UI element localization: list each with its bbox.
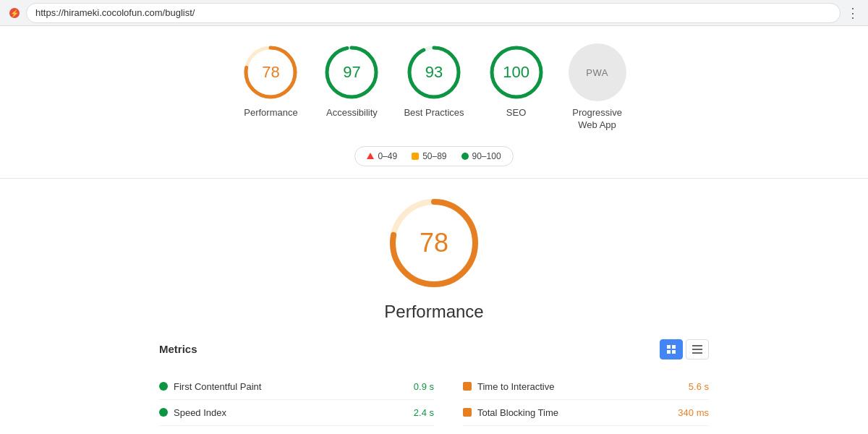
- metric-name: Time to Interactive: [477, 381, 660, 392]
- svg-rect-17: [692, 349, 702, 350]
- grid-icon: [666, 344, 676, 354]
- metrics-section: Metrics: [159, 339, 709, 434]
- legend-low-icon: [367, 153, 374, 159]
- browser-menu-button[interactable]: ⋮: [846, 5, 859, 21]
- score-item-pwa[interactable]: PWA Progressive Web App: [569, 43, 626, 132]
- metric-value: 0.9 s: [391, 381, 434, 392]
- gauge-number-best-practices: 93: [425, 63, 443, 82]
- gauge-wrap-performance: 78: [242, 43, 299, 101]
- metric-value: 5.6 s: [665, 381, 709, 392]
- score-label-accessibility: Accessibility: [326, 107, 378, 119]
- list-icon: [692, 345, 702, 354]
- view-toggle: [660, 339, 709, 359]
- metric-name: Speed Index: [174, 407, 385, 418]
- score-label-performance: Performance: [244, 107, 297, 119]
- gauge-wrap-best-practices: 93: [405, 43, 463, 101]
- svg-rect-14: [667, 350, 671, 354]
- svg-rect-12: [667, 345, 671, 349]
- metric-value: 340 ms: [665, 407, 709, 418]
- metric-row: Cumulative Layout Shift 0.877: [463, 426, 709, 434]
- score-label-best-practices: Best Practices: [404, 107, 464, 119]
- metric-indicator: [159, 408, 168, 417]
- gauge-number-seo: 100: [503, 63, 529, 82]
- scores-section: 78 Performance 97 Accessibility 93 Best …: [0, 26, 868, 179]
- svg-rect-13: [672, 345, 676, 349]
- svg-rect-18: [692, 352, 702, 354]
- metric-indicator: [463, 382, 472, 391]
- score-item-best-practices[interactable]: 93 Best Practices: [404, 43, 464, 119]
- legend-high-label: 90–100: [472, 151, 501, 161]
- score-label-seo: SEO: [506, 107, 526, 119]
- pwa-circle: PWA: [569, 43, 626, 101]
- metric-indicator: [463, 408, 472, 417]
- main-gauge: 78: [387, 196, 481, 290]
- metric-row: Largest Contentful Paint 3.4 s: [159, 426, 434, 434]
- legend-low-label: 0–49: [378, 151, 397, 161]
- metrics-header: Metrics: [159, 339, 709, 365]
- view-grid-button[interactable]: [660, 339, 683, 359]
- metrics-title: Metrics: [159, 343, 197, 355]
- gauge-wrap-accessibility: 97: [323, 43, 380, 101]
- legend-medium: 50–89: [412, 151, 446, 161]
- gauge-number-accessibility: 97: [343, 63, 360, 82]
- browser-bar: ⚡ https://hirameki.cocolofun.com/buglist…: [0, 0, 868, 26]
- legend-low: 0–49: [367, 151, 397, 161]
- main-score-label: Performance: [384, 302, 483, 322]
- metric-name: Total Blocking Time: [477, 407, 660, 418]
- main-content: 78 Performance Metrics: [0, 179, 868, 434]
- legend-medium-label: 50–89: [422, 151, 446, 161]
- browser-url[interactable]: https://hirameki.cocolofun.com/buglist/: [26, 3, 841, 23]
- score-item-accessibility[interactable]: 97 Accessibility: [323, 43, 380, 119]
- metric-name: First Contentful Paint: [174, 381, 385, 392]
- metric-value: 2.4 s: [391, 407, 434, 418]
- scores-row: 78 Performance 97 Accessibility 93 Best …: [242, 43, 626, 132]
- legend-medium-icon: [412, 153, 419, 160]
- metric-row: Speed Index 2.4 s: [159, 400, 434, 426]
- legend-high: 90–100: [461, 151, 501, 161]
- metric-row: Total Blocking Time 340 ms: [463, 400, 709, 426]
- gauge-number-performance: 78: [262, 63, 279, 82]
- score-item-seo[interactable]: 100 SEO: [488, 43, 545, 119]
- metrics-grid: First Contentful Paint 0.9 s Speed Index…: [159, 374, 709, 434]
- metric-row: Time to Interactive 5.6 s: [463, 374, 709, 400]
- legend: 0–49 50–89 90–100: [354, 146, 513, 166]
- metric-indicator: [159, 382, 168, 391]
- metrics-left-col: First Contentful Paint 0.9 s Speed Index…: [159, 374, 434, 434]
- svg-text:⚡: ⚡: [10, 9, 20, 18]
- score-item-performance[interactable]: 78 Performance: [242, 43, 299, 119]
- main-score-value: 78: [420, 228, 448, 258]
- svg-rect-15: [672, 350, 676, 354]
- legend-high-icon: [461, 153, 469, 160]
- gauge-wrap-seo: 100: [488, 43, 545, 101]
- metrics-right-col: Time to Interactive 5.6 s Total Blocking…: [434, 374, 709, 434]
- browser-logo: ⚡: [9, 7, 20, 19]
- view-list-button[interactable]: [686, 339, 709, 359]
- score-label-pwa: Progressive Web App: [572, 107, 622, 132]
- metric-row: First Contentful Paint 0.9 s: [159, 374, 434, 400]
- svg-rect-16: [692, 345, 702, 346]
